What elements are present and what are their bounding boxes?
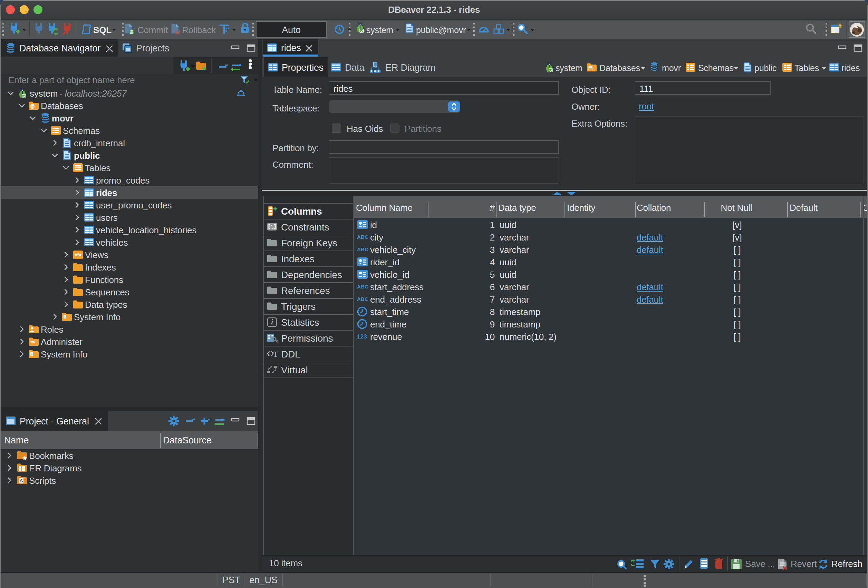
svg-text:ABC: ABC xyxy=(357,296,368,302)
svg-text:i: i xyxy=(31,352,32,356)
svg-text:ABC: ABC xyxy=(357,247,368,252)
svg-text:i: i xyxy=(271,318,273,326)
svg-text:T: T xyxy=(273,349,278,358)
svg-text:S: S xyxy=(20,478,23,483)
svg-text:ABC: ABC xyxy=(357,284,368,289)
svg-text:i: i xyxy=(64,315,65,319)
svg-text:123: 123 xyxy=(357,333,367,340)
svg-text:ABC: ABC xyxy=(357,234,368,240)
